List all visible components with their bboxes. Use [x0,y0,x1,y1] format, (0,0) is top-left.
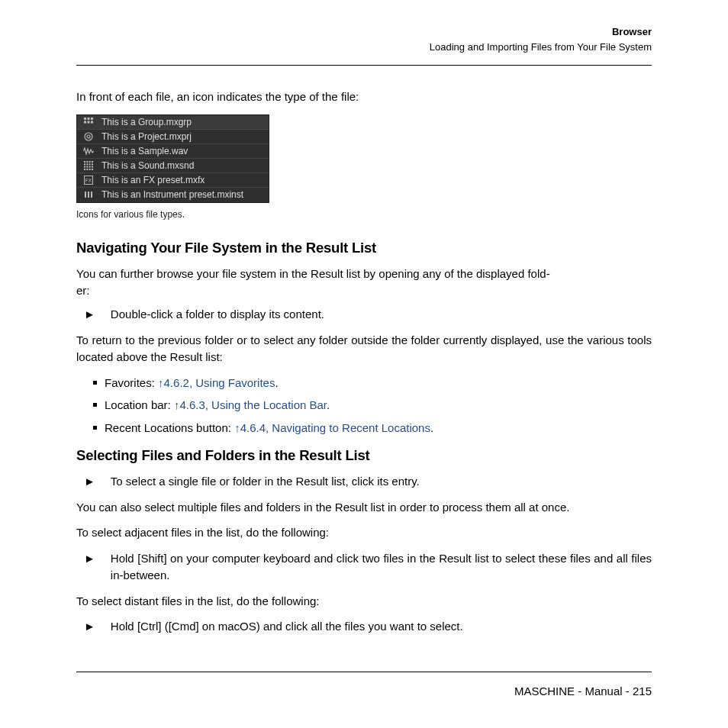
step-item: ► Hold [Ctrl] ([Cmd] on macOS) and click… [76,618,652,635]
link-location-bar[interactable]: ↑4.6.3, Using the Location Bar [174,398,327,411]
svg-rect-13 [86,163,88,165]
figure-caption: Icons for various file types. [76,209,652,220]
page-footer: MASCHINE - Manual - 215 [76,685,652,697]
svg-rect-20 [84,169,85,170]
text: Recent Locations button: [105,421,234,434]
svg-rect-4 [88,121,90,123]
file-type-list-figure: This is a Group.mxgrp This is a Project.… [76,114,269,203]
text: . [327,398,330,411]
arrow-icon: ► [84,550,95,584]
svg-rect-27 [88,192,89,198]
text: . [430,421,433,434]
step-item: ► Double-click a folder to display its c… [76,306,652,323]
bullet-text: Location bar: ↑4.6.3, Using the Location… [105,397,330,414]
list-item: This is a Project.mxprj [77,130,269,144]
svg-rect-18 [89,166,91,167]
bullet-item: Location bar: ↑4.6.3, Using the Location… [93,397,652,414]
svg-rect-21 [86,169,88,170]
step-item: ► To select a single file or folder in t… [76,473,652,490]
list-item: This is a Sample.wav [77,144,269,159]
group-icon [83,117,94,127]
step-text: Hold [Ctrl] ([Cmd] on macOS) and click a… [111,618,463,635]
nav-p1-line2: er: [76,282,652,299]
page: Browser Loading and Importing Files from… [0,0,728,728]
select-p3: To select distant files in the list, do … [76,593,652,610]
svg-rect-26 [85,192,86,198]
svg-rect-14 [89,163,91,165]
step-text: Double-click a folder to display its con… [111,306,324,323]
bullet-item: Favorites: ↑4.6.2, Using Favorites. [93,375,652,391]
list-item-label: This is a Project.mxprj [101,131,264,142]
intro-text: In front of each file, an icon indicates… [76,89,652,105]
bullet-text: Favorites: ↑4.6.2, Using Favorites. [105,375,279,391]
bullet-list: Favorites: ↑4.6.2, Using Favorites. Loca… [76,375,652,436]
list-item-label: This is an FX preset.mxfx [101,175,264,185]
footer-rule [76,672,652,672]
svg-rect-12 [84,163,85,165]
header-subtitle: Loading and Importing Files from Your Fi… [76,40,652,55]
svg-rect-23 [92,169,93,170]
svg-rect-22 [89,169,91,170]
nav-p1-line1: You can further browse your file system … [76,266,652,282]
text: Favorites: [105,376,158,389]
svg-point-7 [87,135,90,138]
list-item: This is a Sound.mxsnd [77,159,269,173]
arrow-icon: ► [84,618,95,635]
bullet-dot-icon [93,403,97,407]
sample-wave-icon [83,146,94,156]
svg-rect-5 [91,121,93,123]
svg-rect-15 [92,163,93,165]
header-title: Browser [76,24,652,40]
svg-rect-3 [84,121,86,123]
text: You can further browse your file system … [76,267,546,280]
list-item-label: This is an Instrument preset.mxinst [101,189,264,200]
list-item: This is an Instrument preset.mxinst [77,188,269,202]
instrument-icon [83,189,94,200]
step-text: To select a single file or folder in the… [111,473,420,490]
svg-rect-16 [84,166,85,167]
bullet-dot-icon [93,426,97,430]
bullet-dot-icon [93,381,97,385]
svg-rect-17 [86,166,88,167]
heading-navigating: Navigating Your File System in the Resul… [76,240,652,256]
list-item: FX This is an FX preset.mxfx [77,173,269,188]
select-p1: You can also select multiple files and f… [76,499,652,516]
bullet-text: Recent Locations button: ↑4.6.4, Navigat… [105,420,433,436]
list-item-label: This is a Sound.mxsnd [101,160,264,171]
link-recent-locations[interactable]: ↑4.6.4, Navigating to Recent Locations [234,421,430,434]
list-item-label: This is a Sample.wav [101,146,264,156]
select-p2: To select adjacent files in the list, do… [76,524,652,541]
svg-point-6 [85,133,92,140]
arrow-icon: ► [84,473,95,490]
svg-rect-0 [84,118,86,120]
list-item-label: This is a Group.mxgrp [101,117,264,127]
step-text: Hold [Shift] on your computer keyboard a… [111,550,652,584]
nav-p2: To return to the previous folder or to s… [76,332,652,366]
header-rule [76,65,652,66]
sound-grid-icon [83,160,94,171]
svg-rect-19 [92,166,93,167]
link-favorites[interactable]: ↑4.6.2, Using Favorites [158,376,275,389]
arrow-icon: ► [84,306,95,323]
main-content: In front of each file, an icon indicates… [76,89,652,658]
heading-selecting: Selecting Files and Folders in the Resul… [76,447,652,464]
fx-preset-icon: FX [83,175,94,185]
text: Location bar: [105,398,174,411]
list-item: This is a Group.mxgrp [77,115,269,130]
svg-rect-2 [91,118,93,120]
svg-rect-28 [91,192,92,198]
bullet-item: Recent Locations button: ↑4.6.4, Navigat… [93,420,652,436]
text: . [275,376,278,389]
svg-rect-11 [92,161,93,163]
svg-rect-10 [89,161,91,163]
project-icon [83,131,94,142]
svg-rect-9 [86,161,88,163]
svg-rect-1 [88,118,90,120]
step-item: ► Hold [Shift] on your computer keyboard… [76,550,652,584]
page-header: Browser Loading and Importing Files from… [76,24,652,54]
svg-text:FX: FX [85,178,92,183]
svg-rect-8 [84,161,85,163]
